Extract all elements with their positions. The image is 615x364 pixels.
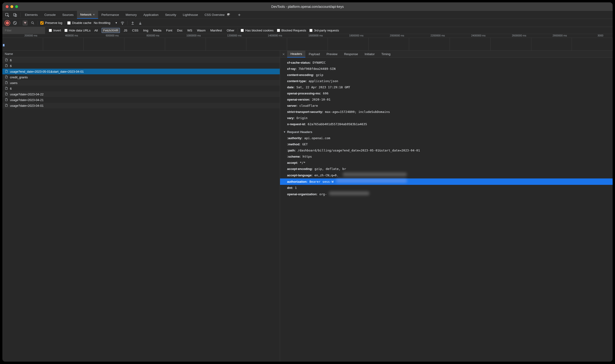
header-key: vary: bbox=[287, 116, 294, 121]
zoom-window-button[interactable] bbox=[15, 5, 18, 8]
network-conditions-icon[interactable] bbox=[120, 20, 125, 26]
header-row[interactable]: vary:Origin bbox=[280, 115, 613, 121]
device-toolbar-icon[interactable] bbox=[11, 12, 19, 18]
timeline[interactable]: 200000 ms400000 ms600000 ms800000 ms1000… bbox=[2, 34, 613, 51]
invert-checkbox[interactable]: Invert bbox=[48, 27, 62, 34]
header-key: accept-encoding: bbox=[287, 166, 313, 172]
request-row[interactable]: usage?date=2023-04-22 bbox=[2, 91, 280, 97]
filter-type-manifest[interactable]: Manifest bbox=[209, 28, 223, 33]
details-tab-timing[interactable]: Timing bbox=[378, 51, 394, 57]
export-har-icon[interactable] bbox=[138, 20, 143, 26]
tab-css-overview[interactable]: CSS Overview⚗️ bbox=[201, 11, 233, 19]
header-row[interactable]: accept:*/* bbox=[280, 160, 613, 166]
details-body[interactable]: cf-cache-status:DYNAMICcf-ray:7bbf968fde… bbox=[280, 58, 613, 362]
header-row[interactable]: openai-processing-ms:606 bbox=[280, 91, 613, 97]
timeline-tick: 1800000 ms bbox=[349, 34, 364, 37]
search-button[interactable] bbox=[30, 20, 35, 26]
request-row[interactable]: usage?date=2023-04-21 bbox=[2, 97, 280, 103]
header-row[interactable]: server:cloudflare bbox=[280, 103, 613, 109]
header-row[interactable]: :method:GET bbox=[280, 141, 613, 147]
requests-column-header[interactable]: Name bbox=[2, 51, 280, 57]
header-row[interactable]: content-type:application/json bbox=[280, 78, 613, 84]
header-row[interactable]: cf-cache-status:DYNAMIC bbox=[280, 60, 613, 66]
filter-type-font[interactable]: Font bbox=[165, 28, 173, 33]
filter-type-media[interactable]: Media bbox=[152, 28, 162, 33]
tab-console[interactable]: Console bbox=[41, 11, 59, 19]
filter-type-css[interactable]: CSS bbox=[131, 28, 139, 33]
request-row[interactable]: usage?end_date=2023-05-01&start_date=202… bbox=[2, 69, 280, 74]
request-headers-section[interactable]: ▼Request Headers bbox=[280, 129, 613, 135]
filter-type-all[interactable]: All bbox=[93, 28, 98, 33]
header-row[interactable]: :scheme:https bbox=[280, 154, 613, 160]
request-row[interactable]: 6 bbox=[2, 57, 280, 63]
hide-data-urls-checkbox[interactable]: Hide data URLs bbox=[64, 27, 91, 34]
file-icon bbox=[5, 104, 8, 108]
blocked-requests-checkbox[interactable]: Blocked Requests bbox=[276, 27, 307, 34]
throttling-dropdown[interactable]: No throttling ▼ bbox=[94, 21, 118, 25]
header-row[interactable]: :path:/dashboard/billing/usage?end_date=… bbox=[280, 147, 613, 154]
tab-sources[interactable]: Sources bbox=[59, 11, 77, 19]
tab-memory[interactable]: Memory bbox=[122, 11, 140, 19]
preserve-log-checkbox[interactable]: Preserve log bbox=[40, 21, 62, 25]
divider bbox=[20, 13, 21, 17]
close-window-button[interactable] bbox=[6, 5, 9, 8]
import-har-icon[interactable] bbox=[130, 20, 135, 26]
filter-type-other[interactable]: Other bbox=[226, 28, 235, 33]
tab-application[interactable]: Application bbox=[140, 11, 162, 19]
request-row[interactable]: 6 bbox=[2, 86, 280, 91]
header-key: accept: bbox=[287, 160, 298, 165]
header-key: x-request-id: bbox=[287, 122, 306, 127]
divider bbox=[20, 21, 20, 25]
header-row[interactable]: authorization:Bearer sess-W bbox=[280, 179, 613, 185]
header-value: Sat, 22 Apr 2023 17:29:18 GMT bbox=[296, 85, 350, 90]
tab-performance[interactable]: Performance bbox=[98, 11, 122, 19]
details-tab-preview[interactable]: Preview bbox=[323, 51, 341, 57]
details-tab-headers[interactable]: Headers bbox=[287, 51, 305, 57]
header-row[interactable]: accept-language:en,zh-CN;q=0. bbox=[280, 172, 613, 179]
tab-network[interactable]: Network× bbox=[77, 11, 98, 19]
filter-type-ws[interactable]: WS bbox=[186, 28, 193, 33]
add-tab-icon[interactable] bbox=[236, 13, 243, 17]
clear-button[interactable] bbox=[12, 20, 17, 26]
filter-input[interactable] bbox=[2, 27, 45, 34]
tab-security[interactable]: Security bbox=[162, 11, 179, 19]
filter-type-fetch-xhr[interactable]: Fetch/XHR bbox=[102, 28, 120, 33]
header-row[interactable]: accept-encoding:gzip, deflate, br bbox=[280, 166, 613, 172]
header-key: :scheme: bbox=[287, 154, 301, 159]
header-row[interactable]: date:Sat, 22 Apr 2023 17:29:18 GMT bbox=[280, 84, 613, 91]
filter-toggle-button[interactable] bbox=[23, 20, 28, 26]
minimize-window-button[interactable] bbox=[10, 5, 13, 8]
header-key: strict-transport-security: bbox=[287, 109, 323, 115]
header-row[interactable]: x-request-id:62a765abb401d557284ab9583b1… bbox=[280, 121, 613, 127]
close-details-icon[interactable] bbox=[280, 51, 287, 57]
header-row[interactable]: openai-organization:org- bbox=[280, 191, 613, 197]
inspect-element-icon[interactable] bbox=[3, 12, 11, 18]
filter-type-img[interactable]: Img bbox=[142, 28, 149, 33]
header-row[interactable]: :authority:api.openai.com bbox=[280, 135, 613, 141]
request-row[interactable]: 6 bbox=[2, 63, 280, 69]
request-row[interactable]: users bbox=[2, 80, 280, 86]
details-tab-response[interactable]: Response bbox=[341, 51, 361, 57]
header-row[interactable]: cf-ray:7bbf968fdea24489-SIN bbox=[280, 66, 613, 72]
filter-type-js[interactable]: JS bbox=[123, 28, 128, 33]
third-party-checkbox[interactable]: 3rd-party requests bbox=[309, 27, 340, 34]
details-tab-payload[interactable]: Payload bbox=[305, 51, 323, 57]
filter-type-wasm[interactable]: Wasm bbox=[196, 28, 206, 33]
tab-lighthouse[interactable]: Lighthouse bbox=[179, 11, 201, 19]
blocked-cookies-checkbox[interactable]: Has blocked cookies bbox=[240, 27, 274, 34]
request-row[interactable]: usage?date=2023-04-01 bbox=[2, 103, 280, 108]
filter-type-doc[interactable]: Doc bbox=[176, 28, 183, 33]
header-row[interactable]: dnt:1 bbox=[280, 185, 613, 191]
header-row[interactable]: openai-version:2020-10-01 bbox=[280, 97, 613, 103]
details-tab-initiator[interactable]: Initiator bbox=[361, 51, 378, 57]
request-name: usage?date=2023-04-21 bbox=[10, 98, 44, 102]
disable-cache-checkbox[interactable]: Disable cache bbox=[67, 21, 91, 25]
record-button[interactable] bbox=[5, 20, 10, 26]
header-row[interactable]: strict-transport-security:max-age=157248… bbox=[280, 109, 613, 115]
tab-elements[interactable]: Elements bbox=[22, 11, 41, 19]
request-row[interactable]: credit_grants bbox=[2, 74, 280, 80]
header-key: :path: bbox=[287, 148, 296, 153]
requests-panel: Name 66usage?end_date=2023-05-01&start_d… bbox=[2, 51, 280, 362]
close-tab-icon[interactable]: × bbox=[93, 13, 95, 16]
header-row[interactable]: content-encoding:gzip bbox=[280, 72, 613, 78]
